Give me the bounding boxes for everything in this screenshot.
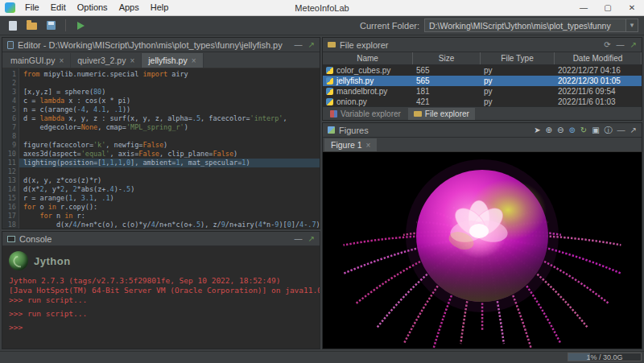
pointer-icon[interactable]: ➤ (534, 123, 540, 138)
code-line[interactable]: lighting(position=[1,1,1,0], ambient=1, … (19, 159, 320, 167)
line-number: 16 (2, 203, 16, 212)
tab-file-explorer[interactable]: File explorer (408, 108, 475, 120)
current-folder-combobox[interactable]: D:\Working\MIScript\Jython\mis\plot_type… (424, 19, 638, 32)
close-button[interactable]: ✕ (620, 0, 644, 15)
code-line[interactable] (19, 79, 320, 88)
menu-options[interactable]: Options (72, 0, 114, 15)
tab-close-icon[interactable]: × (130, 56, 134, 65)
column-header-size[interactable]: Size (413, 52, 481, 64)
figures-float-icon[interactable]: ↗ (630, 123, 637, 138)
full-extent-icon[interactable]: ▣ (592, 123, 599, 138)
menu-edit[interactable]: Edit (45, 0, 72, 15)
menu-bar: FileEditOptionsAppsHelp (19, 0, 174, 15)
console-minimize-icon[interactable]: — (295, 234, 303, 243)
code-line[interactable]: for n in r: (19, 212, 320, 221)
maximize-button[interactable]: ▢ (596, 0, 620, 15)
column-header-name[interactable]: Name (323, 52, 413, 64)
file-name: mandelbrot.py (336, 87, 387, 96)
editor-tab-jellyfish.py[interactable]: jellyfish.py× (142, 53, 203, 68)
tab-label: File explorer (425, 109, 469, 118)
code-line[interactable]: c = lambda x : cos(x * pi) (19, 97, 320, 105)
code-line[interactable]: n = c(arange(-4, 4.1, .1)) (19, 105, 320, 114)
code-line[interactable] (19, 132, 320, 141)
menu-help[interactable]: Help (145, 0, 175, 15)
file-explorer-minimize-icon[interactable]: — (617, 40, 625, 49)
editor-tab-bar: mainGUI.py×quiver3_2.py×jellyfish.py× (2, 52, 320, 68)
refresh-icon[interactable]: ⟳ (604, 40, 610, 49)
line-number: 6 (2, 114, 16, 123)
menu-apps[interactable]: Apps (114, 0, 145, 15)
file-row-color_cubes.py[interactable]: color_cubes.py565py2022/12/27 04:16 (323, 65, 642, 76)
code-line[interactable]: edgecolor=None, cmap='MPL_spring_r') (19, 123, 320, 132)
file-row-jellyfish.py[interactable]: jellyfish.py565py2022/12/30 01:05 (323, 76, 642, 86)
tab-label: jellyfish.py (148, 56, 187, 65)
code-line[interactable]: figure(facecolor='k', newfig=False) (19, 141, 320, 150)
editor-float-icon[interactable]: ↗ (308, 40, 315, 49)
console-title: Console (19, 234, 52, 244)
file-size-cell: 565 (413, 76, 481, 85)
zoom-in-icon[interactable]: ⊕ (546, 123, 552, 138)
info-icon[interactable]: ⓘ (605, 123, 613, 138)
code-line[interactable]: d(x*2, y*2, 2*abs(z+.4)-.5) (19, 185, 320, 194)
line-number: 15 (2, 194, 16, 203)
new-file-button[interactable] (4, 18, 21, 34)
code-line[interactable]: axes3d(aspect='equal', axis=False, clip_… (19, 150, 320, 159)
editor-tab-quiver3_2.py[interactable]: quiver3_2.py× (71, 53, 142, 68)
figure-tab-close-icon[interactable]: × (366, 141, 371, 150)
tab-variable-explorer[interactable]: Variable explorer (324, 108, 407, 120)
open-file-button[interactable] (23, 18, 40, 34)
line-number: 4 (2, 97, 16, 105)
file-modified-cell: 2022/11/6 09:54 (555, 87, 642, 96)
file-name: color_cubes.py (336, 66, 390, 75)
globe-icon[interactable]: ⊚ (568, 123, 575, 138)
main-area: Editor - D:\Working\MIScript\Jython\mis\… (0, 35, 644, 351)
jython-logo-text: Jython (34, 255, 71, 267)
code-area[interactable]: from mipylib.numeric.special import airy… (19, 68, 320, 229)
file-row-mandelbrot.py[interactable]: mandelbrot.py181py2022/11/6 09:54 (323, 86, 642, 97)
file-name: jellyfish.py (336, 76, 374, 85)
code-line[interactable]: [x,y,z] = sphere(80) (19, 88, 320, 97)
line-number: 14 (2, 185, 16, 194)
code-line[interactable]: from mipylib.numeric.special import airy (19, 70, 320, 79)
console-float-icon[interactable]: ↗ (308, 234, 315, 243)
rotate-icon[interactable]: ↻ (580, 123, 587, 138)
figure-canvas[interactable] (323, 152, 642, 349)
line-number: 12 (2, 167, 16, 176)
code-line[interactable]: r = arange(1, 3.1, .1) (19, 194, 320, 203)
figure-tab[interactable]: Figure 1 × (324, 138, 377, 151)
file-name-cell: jellyfish.py (323, 76, 413, 85)
figures-minimize-icon[interactable]: — (617, 123, 625, 138)
code-line[interactable] (19, 167, 320, 176)
file-modified-cell: 2022/11/6 01:03 (555, 97, 642, 106)
tab-close-icon[interactable]: × (59, 56, 64, 65)
column-header-file-type[interactable]: File Type (481, 52, 555, 64)
figure-tab-bar: Figure 1 × (323, 138, 642, 152)
minimize-button[interactable]: — (572, 0, 596, 15)
python-file-icon (326, 88, 333, 95)
memory-indicator[interactable]: 1% / 30.0G (568, 353, 642, 361)
editor-tab-mainGUI.py[interactable]: mainGUI.py× (4, 53, 71, 68)
column-header-date-modified[interactable]: Date Modified (555, 52, 642, 64)
file-explorer-title: File explorer (340, 40, 389, 50)
dropdown-arrow-icon[interactable]: ▾ (625, 19, 638, 31)
tab-label: quiver3_2.py (77, 56, 126, 65)
code-line[interactable]: d(x, y, z*cos(z)*r) (19, 176, 320, 185)
new-file-icon (9, 21, 17, 31)
tab-label: Variable explorer (341, 109, 401, 118)
tab-close-icon[interactable]: × (192, 56, 196, 65)
file-row-onion.py[interactable]: onion.py421py2022/11/6 01:03 (323, 97, 642, 106)
jellyfish-plot (323, 152, 642, 349)
code-editor[interactable]: 123456789101112131415161718 from mipylib… (2, 68, 320, 229)
file-name: onion.py (336, 97, 367, 106)
run-button[interactable] (72, 18, 89, 34)
code-line[interactable]: for o in r.copy(): (19, 203, 320, 212)
editor-minimize-icon[interactable]: — (295, 40, 303, 49)
save-button[interactable] (43, 18, 60, 34)
file-explorer-float-icon[interactable]: ↗ (630, 40, 637, 49)
zoom-out-icon[interactable]: ⊖ (557, 123, 564, 138)
menu-file[interactable]: File (19, 0, 45, 15)
line-number: 13 (2, 176, 16, 185)
console-output[interactable]: Jython Jython 2.7.3 (tags/v2.7.3:5f29801… (2, 246, 320, 349)
code-line[interactable]: d(x/4/n+n*c(o), c(o)*y/4/n+n*c(o+.5), z/… (19, 221, 320, 229)
code-line[interactable]: d = lambda x, y, z : surf(x, y, z, alpha… (19, 114, 320, 123)
